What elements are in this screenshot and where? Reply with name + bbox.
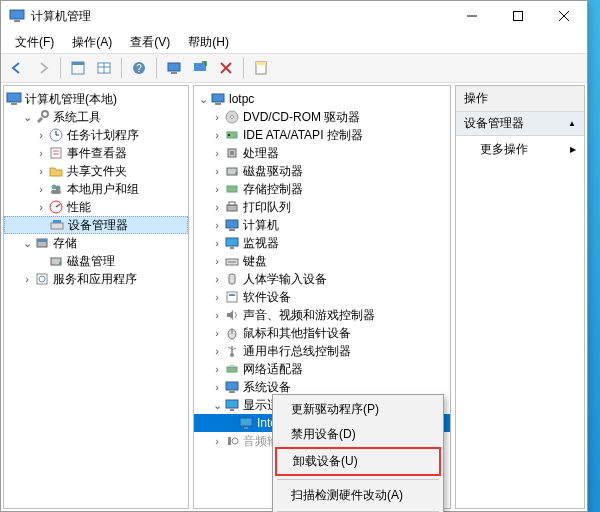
device-category[interactable]: ›IDE ATA/ATAPI 控制器 (194, 126, 450, 144)
chevron-right-icon[interactable]: › (34, 201, 48, 213)
maximize-button[interactable] (495, 1, 541, 31)
menu-action[interactable]: 操作(A) (64, 32, 120, 53)
chevron-right-icon[interactable]: › (34, 183, 48, 195)
svg-rect-56 (229, 229, 235, 231)
menubar: 文件(F) 操作(A) 查看(V) 帮助(H) (1, 31, 587, 53)
chevron-right-icon[interactable]: › (210, 345, 224, 357)
tb-up[interactable] (66, 56, 90, 80)
tb-back[interactable] (5, 56, 29, 80)
computer-icon (210, 91, 226, 107)
chevron-right-icon[interactable]: › (210, 381, 224, 393)
tree-group-services[interactable]: › 服务和应用程序 (4, 270, 188, 288)
tree-root[interactable]: 计算机管理(本地) (4, 90, 188, 108)
clock-icon (48, 127, 64, 143)
device-category[interactable]: ›打印队列 (194, 198, 450, 216)
chevron-right-icon[interactable]: › (210, 165, 224, 177)
tb-computer[interactable] (162, 56, 186, 80)
chevron-down-icon[interactable]: ⌄ (20, 111, 34, 124)
chevron-right-icon[interactable]: › (210, 111, 224, 123)
svg-rect-61 (229, 274, 235, 284)
close-button[interactable] (541, 1, 587, 31)
titlebar: 计算机管理 (1, 1, 587, 31)
chevron-right-icon[interactable]: › (34, 147, 48, 159)
tree-group-system-tools[interactable]: ⌄ 系统工具 (4, 108, 188, 126)
tree-item-task-scheduler[interactable]: ›任务计划程序 (4, 126, 188, 144)
device-icon (224, 307, 240, 323)
tree-item-disk-mgmt[interactable]: 磁盘管理 (4, 252, 188, 270)
device-category[interactable]: ›网络适配器 (194, 360, 450, 378)
left-pane[interactable]: 计算机管理(本地) ⌄ 系统工具 ›任务计划程序 ›事件查看器 (3, 85, 189, 509)
tree-item-performance[interactable]: ›性能 (4, 198, 188, 216)
svg-rect-50 (227, 168, 237, 175)
minimize-button[interactable] (449, 1, 495, 31)
device-root[interactable]: ⌄ lotpc (194, 90, 450, 108)
chevron-right-icon[interactable]: › (34, 129, 48, 141)
actions-title: 操作 (456, 86, 584, 112)
chevron-right-icon[interactable]: › (210, 201, 224, 213)
tree-group-storage[interactable]: ⌄ 存储 (4, 234, 188, 252)
context-menu-item[interactable]: 禁用设备(D) (275, 422, 441, 447)
chevron-right-icon[interactable]: › (210, 255, 224, 267)
chevron-down-icon[interactable]: ⌄ (196, 93, 210, 106)
triangle-up-icon: ▲ (568, 119, 576, 128)
tree-label: 系统工具 (53, 109, 101, 126)
chevron-right-icon[interactable]: › (20, 273, 34, 285)
chevron-right-icon[interactable]: › (210, 327, 224, 339)
device-category[interactable]: ›计算机 (194, 216, 450, 234)
device-category[interactable]: ›键盘 (194, 252, 450, 270)
context-menu-item[interactable]: 扫描检测硬件改动(A) (275, 483, 441, 508)
actions-more[interactable]: 更多操作 ▶ (456, 136, 584, 163)
tree-label: 系统设备 (243, 379, 291, 396)
chevron-right-icon[interactable]: › (210, 435, 224, 447)
device-category[interactable]: ›存储控制器 (194, 180, 450, 198)
menu-file[interactable]: 文件(F) (7, 32, 62, 53)
device-icon (224, 217, 240, 233)
svg-rect-49 (230, 151, 234, 155)
device-category[interactable]: ›声音、视频和游戏控制器 (194, 306, 450, 324)
chevron-right-icon[interactable]: › (210, 363, 224, 375)
tb-refresh[interactable] (188, 56, 212, 80)
tb-view[interactable] (92, 56, 116, 80)
device-category[interactable]: ›软件设备 (194, 288, 450, 306)
chevron-right-icon[interactable]: › (210, 237, 224, 249)
svg-rect-34 (51, 223, 63, 229)
tb-help[interactable]: ? (127, 56, 151, 80)
chevron-right-icon[interactable]: › (210, 129, 224, 141)
device-category[interactable]: ›磁盘驱动器 (194, 162, 450, 180)
actions-category[interactable]: 设备管理器 ▲ (456, 112, 584, 136)
tb-forward[interactable] (31, 56, 55, 80)
svg-rect-14 (171, 72, 177, 74)
context-menu-item[interactable]: 更新驱动程序(P) (275, 397, 441, 422)
device-category[interactable]: ›监视器 (194, 234, 450, 252)
chevron-right-icon[interactable]: › (210, 219, 224, 231)
chevron-right-icon[interactable]: › (34, 165, 48, 177)
tree-item-local-users[interactable]: ›本地用户和组 (4, 180, 188, 198)
tb-properties[interactable] (249, 56, 273, 80)
menu-help[interactable]: 帮助(H) (180, 32, 237, 53)
tree-item-event-viewer[interactable]: ›事件查看器 (4, 144, 188, 162)
chevron-down-icon[interactable]: ⌄ (20, 237, 34, 250)
menu-view[interactable]: 查看(V) (122, 32, 178, 53)
chevron-down-icon[interactable]: ⌄ (210, 399, 224, 412)
tools-icon (34, 109, 50, 125)
chevron-right-icon[interactable]: › (210, 309, 224, 321)
device-category[interactable]: ›人体学输入设备 (194, 270, 450, 288)
svg-point-22 (42, 111, 48, 117)
device-category[interactable]: ›通用串行总线控制器 (194, 342, 450, 360)
tb-delete[interactable] (214, 56, 238, 80)
chevron-right-icon[interactable]: › (210, 183, 224, 195)
svg-text:?: ? (136, 63, 142, 74)
chevron-right-icon[interactable]: › (210, 147, 224, 159)
device-category[interactable]: ›DVD/CD-ROM 驱动器 (194, 108, 450, 126)
context-menu-item[interactable]: 卸载设备(U) (275, 447, 441, 476)
device-category[interactable]: ›鼠标和其他指针设备 (194, 324, 450, 342)
tree-item-shared-folders[interactable]: ›共享文件夹 (4, 162, 188, 180)
chevron-right-icon[interactable]: › (210, 291, 224, 303)
device-category[interactable]: ›处理器 (194, 144, 450, 162)
svg-rect-35 (53, 220, 61, 223)
tree-label: 计算机管理(本地) (25, 91, 117, 108)
tree-item-device-manager[interactable]: 设备管理器 (4, 216, 188, 234)
svg-rect-52 (227, 186, 237, 192)
tree-label: 服务和应用程序 (53, 271, 137, 288)
chevron-right-icon[interactable]: › (210, 273, 224, 285)
